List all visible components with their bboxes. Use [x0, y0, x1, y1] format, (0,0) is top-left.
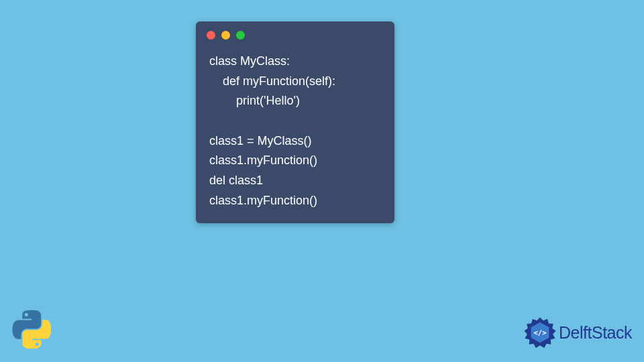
delftstack-badge-icon: </>: [524, 316, 556, 349]
delftstack-logo: </> DelftStack: [524, 316, 632, 349]
svg-text:</>: </>: [534, 328, 547, 337]
close-icon: [207, 31, 215, 40]
code-block: class MyClass: def myFunction(self): pri…: [196, 42, 394, 211]
python-logo-icon: [12, 310, 51, 349]
maximize-icon: [236, 31, 245, 40]
minimize-icon: [221, 31, 230, 40]
window-titlebar: [196, 21, 394, 42]
code-window: class MyClass: def myFunction(self): pri…: [196, 21, 394, 223]
brand-name: DelftStack: [559, 323, 632, 343]
